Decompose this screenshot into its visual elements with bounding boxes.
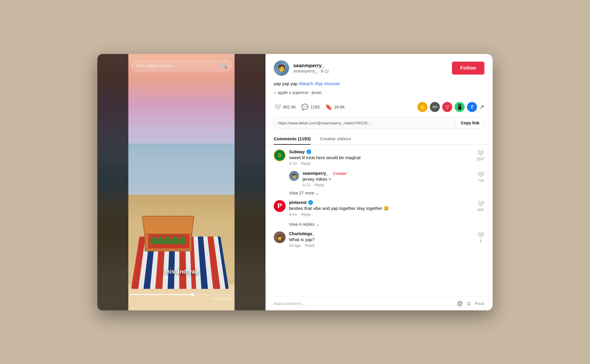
heart-icon-subway: 🤍	[477, 149, 484, 157]
video-progress-bar[interactable]	[130, 294, 233, 295]
music-label: apple x supercut - jevan	[278, 90, 322, 95]
reply-button-subway[interactable]: Reply	[301, 161, 311, 166]
progress-dot	[191, 293, 194, 296]
video-link: https://www.tiktok.com/@seanmperry_/vide…	[274, 118, 456, 128]
app-container: 🔍 this and yap 00:05/00:08 🧑 seanmperry_…	[97, 54, 493, 310]
whatsapp-share-icon[interactable]: 📱	[455, 102, 465, 112]
reply-button-sean[interactable]: Reply	[314, 183, 324, 187]
video-header: 🧑 seanmperry_ seanmperry_ · 8-12 Follow	[266, 54, 493, 80]
hashtag-fyp[interactable]: #fyp	[314, 81, 323, 86]
comment-meta-subway: 8-13 Reply	[289, 161, 473, 166]
post-button[interactable]: Post	[475, 301, 484, 306]
comment-text-subway: sweet lil treat here would be magical	[289, 155, 473, 160]
search-input[interactable]	[136, 63, 219, 68]
comment-user-row-pinterest: pinterest ✓	[289, 200, 473, 205]
copy-link-button[interactable]: Copy link	[456, 118, 484, 128]
reply-heart-sean[interactable]: 🤍 719	[477, 171, 484, 187]
at-mention-icon[interactable]: @	[457, 300, 463, 307]
red-share-icon[interactable]: ▽	[442, 102, 452, 112]
comment-charlottegu-body: Charlottegu_ What is yap? 2d ago Reply	[289, 231, 473, 248]
comment-text-pinterest: besties that vibe and yap together stay …	[289, 206, 473, 211]
progress-fill	[130, 294, 194, 295]
reply-seanmperry-body: seanmperry_ · Creator jersey mikes > 8-1…	[303, 171, 473, 187]
comment-date-subway: 8-13	[289, 161, 297, 166]
view-more-subway-label: View 27 more	[289, 191, 314, 195]
actions-row: 🤍 402.4K 💬 1193 🔖 18.6K ⭐ </> ▽ 📱 f ↗	[266, 99, 493, 116]
coins-share-icon[interactable]: ⭐	[417, 102, 427, 112]
bookmark-action[interactable]: 🔖 18.6K	[325, 103, 345, 111]
search-bar[interactable]: 🔍	[131, 60, 232, 71]
comment-pinterest: 𝗣 pinterest ✓ besties that vibe and yap …	[274, 200, 484, 217]
emoji-picker-icon[interactable]: ☺	[466, 300, 472, 307]
verified-badge-subway: ✓	[307, 149, 311, 154]
comment-subway-body: Subway ✓ sweet lil treat here would be m…	[289, 149, 473, 166]
comment-pinterest-body: pinterest ✓ besties that vibe and yap to…	[289, 200, 473, 217]
comment-user-row-charlotte: Charlottegu_	[289, 231, 473, 236]
username: seanmperry_	[293, 63, 448, 69]
reply-meta-sean: 8-13 Reply	[303, 183, 473, 187]
view-more-subway[interactable]: View 27 more ⌄	[289, 191, 484, 195]
comment-user-row: Subway ✓	[289, 149, 473, 154]
pinterest-avatar: 𝗣	[274, 200, 286, 212]
comment-date-pinterest: 8-14	[289, 212, 297, 217]
comment-text-charlotte: What is yap?	[289, 237, 473, 242]
tab-creator-videos[interactable]: Creator videos	[320, 133, 351, 145]
music-info: ♪ apple x supercut - jevan	[266, 90, 493, 99]
comment-subway: S Subway ✓ sweet lil treat here would be…	[274, 149, 484, 166]
facebook-share-icon[interactable]: f	[467, 102, 477, 112]
hashtag-sunset[interactable]: #sunset	[324, 81, 340, 86]
subway-avatar: S	[274, 149, 286, 161]
reply-seanmperry: 🧑 seanmperry_ · Creator jersey mikes > 8…	[289, 171, 484, 187]
link-row: https://www.tiktok.com/@seanmperry_/vide…	[274, 117, 484, 129]
tab-comments[interactable]: Comments (1193)	[274, 133, 311, 145]
chevron-down-icon-subway: ⌄	[315, 191, 319, 195]
bookmark-icon: 🔖	[325, 103, 332, 111]
comment-meta-pinterest: 8-14 Reply	[289, 212, 473, 217]
sean-reply-avatar: 🧑	[289, 171, 299, 181]
share-icons-group: ⭐ </> ▽ 📱 f ↗	[417, 102, 484, 112]
comment-input-row: @ ☺ Post	[266, 296, 493, 310]
comment-username-subway: Subway	[289, 149, 305, 154]
comment-input[interactable]	[274, 301, 454, 306]
chevron-down-icon-pinterest: ⌄	[316, 222, 319, 227]
reply-user-row: seanmperry_ · Creator	[303, 171, 473, 176]
reply-button-charlotte[interactable]: Reply	[305, 243, 315, 248]
heart-icon: 🤍	[274, 103, 281, 111]
like-count-subway: 1557	[476, 157, 484, 161]
forward-icon[interactable]: ↗	[479, 103, 484, 111]
like-action[interactable]: 🤍 402.4K	[274, 103, 296, 111]
view-more-pinterest-label: View 4 replies	[289, 222, 315, 227]
heart-icon-charlotte: 🤍	[477, 231, 484, 238]
video-panel: 🔍 this and yap 00:05/00:08	[97, 54, 266, 310]
comment-icon: 💬	[301, 103, 309, 111]
follow-button[interactable]: Follow	[452, 62, 484, 75]
comment-username-charlotte: Charlottegu_	[289, 231, 314, 236]
comment-heart-subway[interactable]: 🤍 1557	[476, 149, 484, 166]
search-icon[interactable]: 🔍	[221, 63, 227, 69]
like-count-pinterest: 642	[478, 208, 484, 212]
like-count-charlotte: 6	[480, 239, 482, 243]
avatar: 🧑	[274, 60, 289, 76]
embed-share-icon[interactable]: </>	[430, 102, 440, 112]
reply-button-pinterest[interactable]: Reply	[301, 212, 311, 217]
view-more-pinterest[interactable]: View 4 replies ⌄	[289, 222, 484, 227]
reply-username-sean: seanmperry_	[303, 171, 328, 176]
music-note-icon: ♪	[274, 90, 276, 95]
comment-heart-pinterest[interactable]: 🤍 642	[477, 200, 484, 217]
comment-action[interactable]: 💬 1193	[301, 103, 319, 111]
creator-tag: Creator	[333, 171, 347, 176]
video-caption: this and yap	[164, 268, 199, 275]
video-time: 00:05/00:08	[211, 297, 232, 301]
heart-icon-pinterest: 🤍	[477, 200, 484, 207]
hashtag-beach[interactable]: #beach	[299, 81, 313, 86]
comment-heart-charlotte[interactable]: 🤍 6	[477, 231, 484, 248]
user-info: seanmperry_ seanmperry_ · 8-12	[293, 63, 448, 73]
charlotte-avatar: 👩	[274, 231, 286, 243]
comment-username-pinterest: pinterest	[289, 200, 307, 205]
like-count: 402.4K	[283, 105, 296, 109]
reply-text-sean: jersey mikes >	[303, 177, 473, 182]
right-panel: 🧑 seanmperry_ seanmperry_ · 8-12 Follow …	[266, 54, 493, 310]
comment-count: 1193	[310, 105, 319, 109]
video-description: yap yap yap #beach #fyp #sunset	[266, 80, 493, 90]
video-content: 🔍 this and yap 00:05/00:08	[97, 54, 266, 310]
